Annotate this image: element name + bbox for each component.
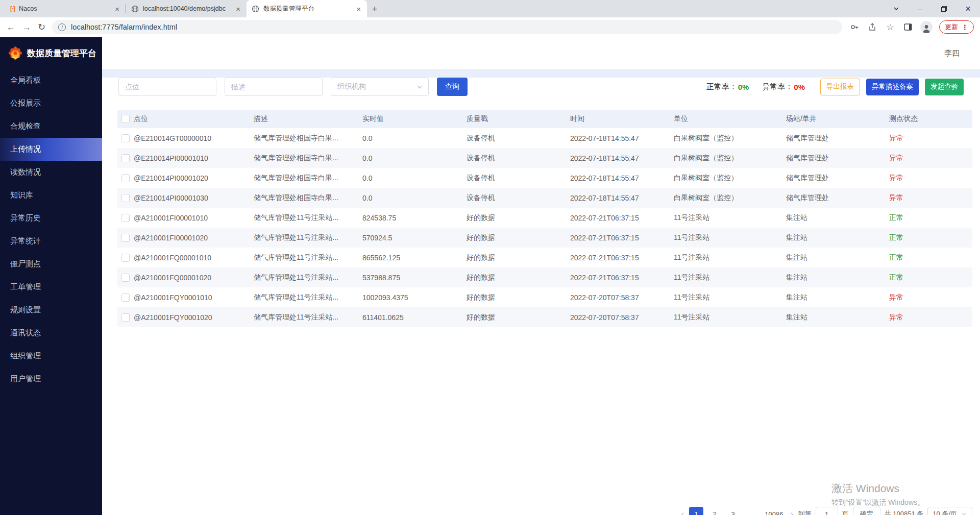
minimize-icon[interactable]: – bbox=[908, 0, 932, 17]
cell-time: 2022-07-20T07:58:37 bbox=[570, 313, 674, 322]
page-number[interactable]: 10086 bbox=[763, 507, 785, 515]
refresh-icon[interactable]: ↻ bbox=[38, 21, 45, 33]
jump-confirm-button[interactable]: 确定 bbox=[853, 507, 880, 515]
page-number[interactable]: 1 bbox=[689, 507, 703, 515]
password-key-icon[interactable] bbox=[849, 22, 860, 32]
bookmark-star-icon[interactable]: ☆ bbox=[885, 22, 896, 33]
point-input[interactable] bbox=[118, 78, 216, 96]
table-header-row: 点位 描述 实时值 质量戳 时间 单位 场站/单井 测点状态 bbox=[117, 110, 972, 128]
sidebar-item[interactable]: 组织管理 bbox=[0, 345, 102, 367]
row-checkbox[interactable] bbox=[117, 174, 134, 182]
row-checkbox[interactable] bbox=[117, 154, 134, 162]
next-page-icon[interactable]: › bbox=[789, 509, 794, 515]
browser-tab[interactable]: [-] localhost:10040/demo/psjdbc × bbox=[126, 0, 247, 17]
col-header-status: 测点状态 bbox=[889, 114, 972, 124]
per-page-select[interactable]: 10 条/页 bbox=[927, 507, 972, 515]
prev-page-icon[interactable]: ‹ bbox=[680, 509, 685, 515]
forward-icon[interactable]: → bbox=[22, 22, 31, 33]
tab-strip-tabs: [-] Nacos × [-] localhost:10040/demo/psj… bbox=[5, 0, 367, 17]
browser-update-button[interactable]: 更新 ⋮ bbox=[939, 20, 974, 34]
sidebar-item[interactable]: 异常统计 bbox=[0, 230, 102, 253]
cell-desc: 储气库管理处11号注采站... bbox=[254, 213, 362, 223]
close-tab-icon[interactable]: × bbox=[355, 5, 362, 13]
data-table: 点位 描述 实时值 质量戳 时间 单位 场站/单井 测点状态 @E210014G… bbox=[117, 110, 972, 327]
browser-menu-dots-icon[interactable]: ⋮ bbox=[962, 23, 968, 31]
page-number[interactable]: ... bbox=[744, 507, 758, 515]
table-row: @A210001FI00001020 储气库管理处11号注采站... 57092… bbox=[117, 228, 972, 248]
export-report-button[interactable]: 导出报表 bbox=[820, 79, 860, 95]
close-window-icon[interactable]: × bbox=[956, 0, 980, 17]
sidebar-item-label: 僵尸测点 bbox=[10, 259, 41, 269]
row-checkbox[interactable] bbox=[117, 313, 134, 322]
cell-station: 储气库管理处 bbox=[786, 154, 889, 163]
sidebar-item[interactable]: 合规检查 bbox=[0, 115, 102, 138]
sidebar-item[interactable]: 知识库 bbox=[0, 184, 102, 207]
row-checkbox[interactable] bbox=[117, 134, 134, 142]
app-header: 李四 bbox=[102, 37, 980, 69]
select-all-checkbox[interactable] bbox=[117, 115, 134, 123]
cell-time: 2022-07-21T06:37:15 bbox=[570, 274, 674, 282]
window-menu-chevron-icon[interactable] bbox=[884, 0, 908, 17]
abnormal-record-button[interactable]: 异常描述备案 bbox=[866, 79, 919, 95]
new-tab-button[interactable]: + bbox=[367, 2, 382, 16]
globe-icon bbox=[252, 5, 259, 13]
close-tab-icon[interactable]: × bbox=[235, 5, 241, 13]
sidebar-item[interactable]: 异常历史 bbox=[0, 207, 102, 230]
cell-station: 储气库管理处 bbox=[786, 193, 889, 203]
sidebar-item[interactable]: 规则设置 bbox=[0, 299, 102, 322]
row-checkbox[interactable] bbox=[117, 194, 134, 202]
search-button[interactable]: 查询 bbox=[437, 78, 468, 96]
browser-tab[interactable]: [-] Nacos × bbox=[5, 0, 126, 17]
organization-select[interactable]: 组织机构 bbox=[331, 78, 429, 96]
cell-value: 537988.875 bbox=[362, 274, 467, 282]
page-number[interactable]: 3 bbox=[726, 507, 740, 515]
cell-unit: 11号注采站 bbox=[674, 253, 786, 262]
cell-status: 异常 bbox=[889, 193, 972, 203]
cell-station: 储气库管理处 bbox=[786, 174, 889, 183]
restore-icon[interactable] bbox=[932, 0, 956, 17]
row-checkbox[interactable] bbox=[117, 234, 134, 242]
page-number[interactable]: 2 bbox=[707, 507, 722, 515]
sidebar-item[interactable]: 全局看板 bbox=[0, 69, 102, 92]
sidebar-item[interactable]: 用户管理 bbox=[0, 367, 102, 390]
site-info-icon[interactable]: i bbox=[58, 23, 66, 31]
petro-flower-logo-icon bbox=[8, 46, 22, 60]
row-checkbox[interactable] bbox=[117, 254, 134, 262]
sidebar-item[interactable]: 通讯状态 bbox=[0, 322, 102, 345]
back-icon[interactable]: ← bbox=[6, 22, 15, 33]
cell-unit: 11号注采站 bbox=[674, 293, 786, 302]
table-row: @A210001FQ00001020 储气库管理处11号注采站... 53798… bbox=[117, 267, 972, 287]
sidebar-item[interactable]: 工单管理 bbox=[0, 276, 102, 299]
sidebar-item-label: 知识库 bbox=[10, 190, 33, 200]
cell-time: 2022-07-20T07:58:37 bbox=[570, 293, 674, 302]
side-panel-icon[interactable] bbox=[902, 22, 914, 32]
sidebar-menu: 全局看板 公报展示 合规检查 上传情况 读数情况 知识库 异常历史 异常统计 僵… bbox=[0, 69, 102, 390]
sidebar-item[interactable]: 公报展示 bbox=[0, 92, 102, 115]
sidebar-item[interactable]: 上传情况 bbox=[0, 138, 102, 161]
browser-tab-strip: [-] Nacos × [-] localhost:10040/demo/psj… bbox=[0, 0, 980, 17]
sidebar-item[interactable]: 读数情况 bbox=[0, 161, 102, 184]
current-user[interactable]: 李四 bbox=[944, 48, 960, 58]
start-inspection-button[interactable]: 发起查验 bbox=[925, 79, 964, 95]
address-bar[interactable]: i localhost:7775/falarm/index.html bbox=[52, 20, 842, 34]
close-tab-icon[interactable]: × bbox=[114, 5, 120, 13]
table-row: @E210014PI00001010 储气库管理处相国寺白果... 0.0 设备… bbox=[117, 148, 972, 168]
description-input[interactable] bbox=[225, 78, 323, 96]
stats-and-actions: 正常率： 0% 异常率： 0% 导出报表 异常描述备案 发起查验 bbox=[706, 79, 964, 95]
cell-status: 异常 bbox=[889, 174, 972, 183]
cell-station: 集注站 bbox=[786, 293, 889, 302]
row-checkbox[interactable] bbox=[117, 214, 134, 222]
browser-tab[interactable]: [-] 数据质量管理平台 × bbox=[247, 0, 367, 17]
windows-activation-watermark: 激活 Windows 转到“设置”以激活 Windows。 bbox=[831, 481, 924, 507]
page-jump-input[interactable] bbox=[816, 507, 838, 515]
cell-unit: 白果树阀室（监控） bbox=[674, 154, 786, 163]
cell-status: 正常 bbox=[889, 273, 972, 282]
sidebar-item[interactable]: 僵尸测点 bbox=[0, 253, 102, 276]
row-checkbox[interactable] bbox=[117, 293, 134, 302]
cell-desc: 储气库管理处相国寺白果... bbox=[254, 174, 362, 183]
row-checkbox[interactable] bbox=[117, 274, 134, 282]
profile-avatar[interactable] bbox=[920, 21, 933, 33]
cell-desc: 储气库管理处11号注采站... bbox=[254, 233, 362, 242]
page-list: 1 2 3 ... 10086 bbox=[689, 507, 785, 515]
share-icon[interactable] bbox=[867, 22, 878, 32]
